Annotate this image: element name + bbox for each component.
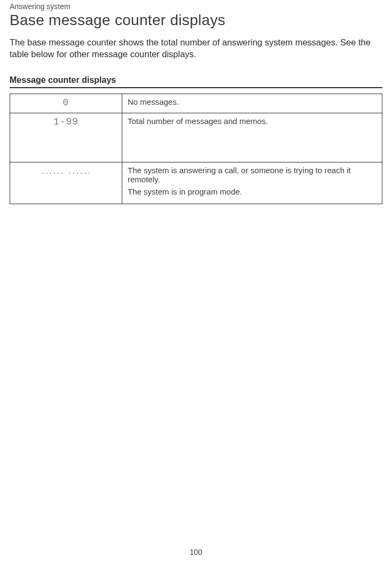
- description-text: Total number of messages and memos.: [128, 117, 377, 126]
- description-cell: No messages.: [122, 94, 382, 113]
- table-row: 0 No messages.: [10, 94, 382, 113]
- section-header: Answering system: [10, 2, 382, 11]
- table-row: ...... ...... The system is answering a …: [10, 162, 382, 204]
- page-title: Base message counter displays: [10, 12, 382, 29]
- intro-paragraph: The base message counter shows the total…: [10, 36, 382, 60]
- display-cell: 1-99: [10, 113, 122, 162]
- display-value: ...... ......: [41, 168, 91, 176]
- table-heading: Message counter displays: [10, 75, 382, 88]
- display-value: 1-99: [53, 117, 79, 127]
- display-cell: ...... ......: [10, 162, 122, 204]
- description-text: The system is in program mode.: [128, 187, 377, 196]
- description-text: The system is answering a call, or someo…: [128, 166, 377, 184]
- description-text: No messages.: [128, 97, 377, 106]
- description-cell: The system is answering a call, or someo…: [122, 162, 382, 204]
- display-value: 0: [63, 97, 69, 108]
- display-cell: 0: [10, 94, 122, 113]
- description-cell: Total number of messages and memos.: [122, 113, 382, 162]
- counter-table: 0 No messages. 1-99 Total number of mess…: [10, 94, 382, 204]
- table-row: 1-99 Total number of messages and memos.: [10, 113, 382, 162]
- page-number: 100: [0, 548, 392, 556]
